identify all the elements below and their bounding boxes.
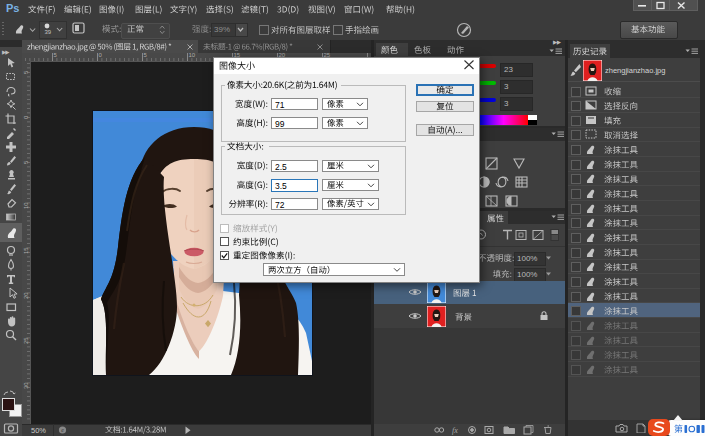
svg-text:e: e — [61, 427, 64, 433]
svg-text:fx: fx — [452, 426, 458, 435]
